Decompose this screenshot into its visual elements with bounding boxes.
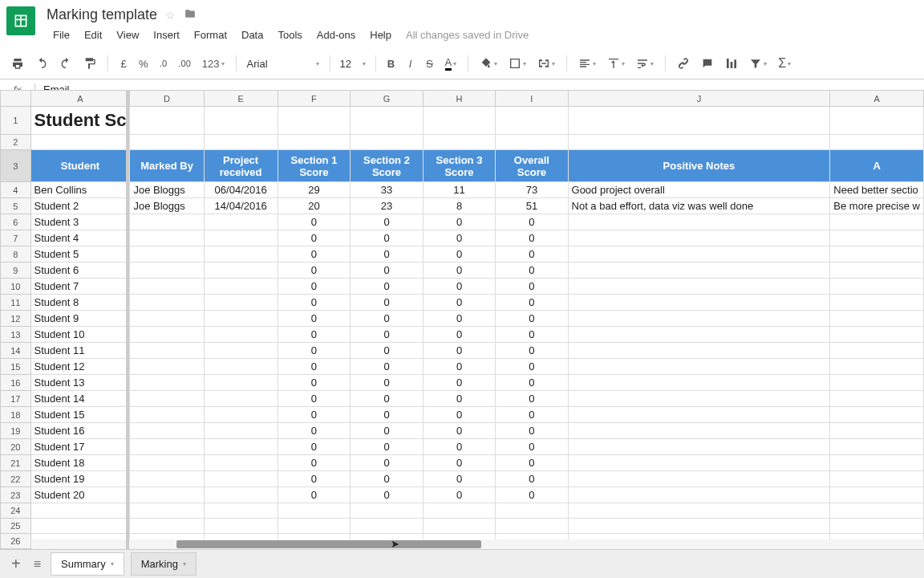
cell-s3[interactable]: 0	[423, 439, 496, 455]
col-header-I[interactable]: I	[496, 91, 568, 107]
cell-negative[interactable]	[830, 359, 924, 375]
cell-s1[interactable]: 0	[278, 343, 351, 359]
row-header[interactable]: 16	[1, 375, 31, 391]
cell-s3[interactable]: 0	[423, 295, 496, 311]
sheet-title-cell[interactable]: Student Sc	[30, 107, 130, 135]
cell-marked-by[interactable]	[130, 263, 204, 279]
sheets-app-icon[interactable]	[6, 6, 35, 35]
cell-s3[interactable]: 0	[423, 263, 496, 279]
document-title[interactable]: Marking template	[47, 6, 157, 23]
cell-positive[interactable]	[568, 311, 830, 327]
cell-positive[interactable]	[568, 375, 830, 391]
cell-marked-by[interactable]	[130, 214, 204, 230]
cell-date[interactable]	[204, 263, 278, 279]
cell-s1[interactable]: 0	[278, 375, 351, 391]
cell-s3[interactable]: 0	[423, 423, 496, 439]
cell-s2[interactable]: 0	[351, 471, 424, 487]
cell-s1[interactable]: 0	[278, 263, 351, 279]
cell-s3[interactable]: 0	[423, 343, 496, 359]
cell-date[interactable]	[204, 487, 278, 503]
cell-overall[interactable]: 0	[496, 263, 568, 279]
cell-s3[interactable]: 0	[423, 359, 496, 375]
row-header[interactable]: 8	[1, 246, 31, 263]
cell-date[interactable]	[204, 295, 278, 311]
cell-student[interactable]: Student 14	[30, 391, 130, 407]
cell-s2[interactable]: 0	[351, 439, 424, 455]
col-header-H[interactable]: H	[423, 91, 496, 107]
cell-date[interactable]	[204, 359, 278, 375]
cell-overall[interactable]: 0	[496, 407, 568, 423]
cell-marked-by[interactable]	[130, 311, 204, 327]
number-format-button[interactable]: 123▾	[197, 55, 229, 73]
cell-student[interactable]: Student 5	[30, 246, 130, 263]
add-sheet-button[interactable]: +	[8, 552, 24, 576]
cell-s1[interactable]: 0	[278, 471, 351, 487]
cell-marked-by[interactable]	[130, 230, 204, 246]
cell-overall[interactable]: 0	[496, 359, 568, 375]
col-header-F[interactable]: F	[278, 91, 351, 107]
cell-positive[interactable]	[568, 230, 830, 246]
chart-icon[interactable]	[720, 54, 743, 73]
cell-marked-by[interactable]	[130, 423, 204, 439]
header-s1[interactable]: Section 1 Score	[278, 150, 351, 182]
link-icon[interactable]	[672, 54, 695, 73]
cell-s2[interactable]: 0	[351, 375, 424, 391]
cell-s3[interactable]: 0	[423, 279, 496, 295]
filter-icon[interactable]: ▾	[744, 54, 772, 73]
row-header[interactable]: 17	[1, 391, 31, 407]
cell-s2[interactable]: 0	[351, 327, 424, 343]
cell-overall[interactable]: 0	[496, 423, 568, 439]
header-s3[interactable]: Section 3 Score	[423, 150, 496, 182]
header-student[interactable]: Student	[30, 150, 130, 182]
cell-positive[interactable]	[568, 439, 830, 455]
menu-format[interactable]: Format	[188, 26, 233, 43]
col-header-J[interactable]: J	[568, 91, 830, 107]
row-header[interactable]: 20	[1, 439, 31, 455]
cell-date[interactable]	[204, 311, 278, 327]
cell-s3[interactable]: 0	[423, 471, 496, 487]
col-header-E[interactable]: E	[204, 91, 278, 107]
cell-marked-by[interactable]	[130, 375, 204, 391]
cell-student[interactable]: Student 13	[30, 375, 130, 391]
cell-s2[interactable]: 0	[351, 311, 424, 327]
cell-positive[interactable]	[568, 455, 830, 471]
cell-s1[interactable]: 0	[278, 487, 351, 503]
col-header-D[interactable]: D	[130, 91, 204, 107]
row-header[interactable]: 25	[1, 519, 31, 534]
cell-s2[interactable]: 0	[351, 423, 424, 439]
cell-s2[interactable]: 0	[351, 295, 424, 311]
folder-icon[interactable]	[184, 8, 197, 22]
cell-s3[interactable]: 0	[423, 375, 496, 391]
cell-date[interactable]	[204, 230, 278, 246]
row-header[interactable]: 15	[1, 359, 31, 375]
cell-s2[interactable]: 33	[351, 182, 424, 198]
row-header[interactable]: 18	[1, 407, 31, 423]
cell-s3[interactable]: 0	[423, 455, 496, 471]
row-header[interactable]: 2	[1, 135, 31, 150]
cell-marked-by[interactable]: Joe Bloggs	[130, 198, 204, 214]
dec-increase-button[interactable]: .00	[174, 55, 196, 71]
halign-button[interactable]: ▾	[573, 54, 601, 73]
cell-student[interactable]: Student 12	[30, 359, 130, 375]
cell-s1[interactable]: 0	[278, 455, 351, 471]
header-s2[interactable]: Section 2 Score	[351, 150, 424, 182]
cell-s1[interactable]: 0	[278, 214, 351, 230]
cell-positive[interactable]	[568, 471, 830, 487]
cell-student[interactable]: Student 2	[30, 198, 130, 214]
cell-overall[interactable]: 0	[496, 279, 568, 295]
cell-s1[interactable]: 0	[278, 439, 351, 455]
cell-date[interactable]	[204, 375, 278, 391]
row-header[interactable]: 26	[1, 534, 31, 549]
cell-s2[interactable]: 0	[351, 263, 424, 279]
cell-s3[interactable]: 0	[423, 230, 496, 246]
cell-s2[interactable]: 0	[351, 391, 424, 407]
row-header[interactable]: 11	[1, 295, 31, 311]
cell-overall[interactable]: 0	[496, 246, 568, 263]
cell-s2[interactable]: 0	[351, 455, 424, 471]
undo-icon[interactable]	[30, 54, 53, 73]
col-header-A[interactable]: A	[30, 91, 130, 107]
cell-student[interactable]: Student 15	[30, 407, 130, 423]
cell-marked-by[interactable]	[130, 407, 204, 423]
cell-s1[interactable]: 0	[278, 246, 351, 263]
menu-data[interactable]: Data	[235, 26, 270, 43]
